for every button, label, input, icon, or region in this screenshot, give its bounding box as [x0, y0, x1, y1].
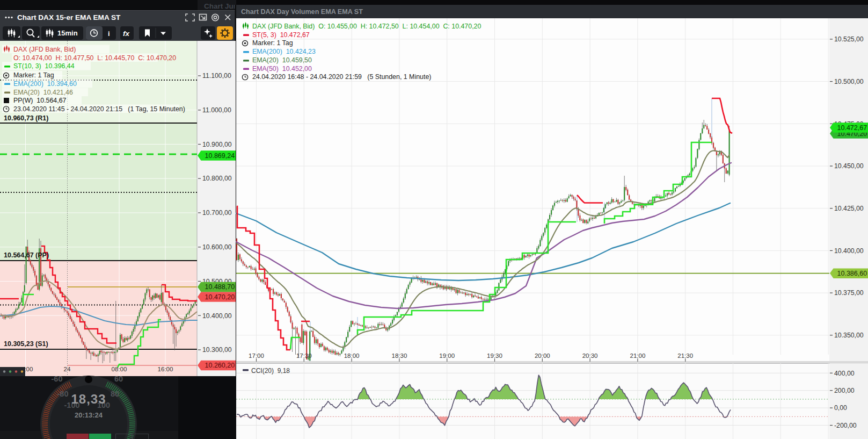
svg-text:10.425,00: 10.425,00: [834, 205, 864, 212]
svg-text:24: 24: [64, 366, 71, 372]
svg-text:20:13:24: 20:13:24: [75, 411, 103, 419]
svg-text:21:00: 21:00: [630, 352, 646, 359]
svg-text:10.450,00: 10.450,00: [834, 162, 864, 170]
svg-text:-200,00: -200,00: [834, 422, 857, 429]
svg-text:10.500,00: 10.500,00: [834, 78, 864, 85]
svg-text:10.470,20: 10.470,20: [205, 293, 235, 301]
svg-text:ST(5, 3) 10.472,67: ST(5, 3) 10.472,67: [252, 31, 310, 39]
svg-text:11.100,00: 11.100,00: [202, 72, 231, 80]
svg-text:20:30: 20:30: [582, 352, 598, 359]
svg-text:10.400,00: 10.400,00: [202, 312, 232, 320]
svg-text:CCI(20) 9,18: CCI(20) 9,18: [251, 367, 290, 375]
svg-text:24.04.2020 16:48 - 24.04.2020: 24.04.2020 16:48 - 24.04.2020 21:59 (5 S…: [252, 73, 431, 81]
svg-text:11.000,00: 11.000,00: [202, 106, 231, 114]
svg-text:10.700,00: 10.700,00: [202, 209, 232, 217]
svg-text:19:00: 19:00: [439, 352, 455, 359]
svg-text:23.04.2020 11:45 - 24.04.2020: 23.04.2020 11:45 - 24.04.2020 21:15 (1 T…: [13, 105, 185, 113]
svg-text:Marker: 1 Tag: Marker: 1 Tag: [252, 39, 293, 47]
svg-text:Chart DAX Day Volumen EMA EMA: Chart DAX Day Volumen EMA EMA ST: [241, 8, 363, 16]
svg-text:EMA(20) 10.459,50: EMA(20) 10.459,50: [252, 56, 312, 64]
svg-text:10.564,67 (PP): 10.564,67 (PP): [4, 251, 49, 259]
svg-text:10.960,73 (R1): 10.960,73 (R1): [4, 114, 48, 122]
svg-text:08:00: 08:00: [112, 366, 127, 372]
svg-text:-80: -80: [57, 390, 69, 398]
svg-text:10.375,00: 10.375,00: [834, 289, 864, 297]
svg-text:80: 80: [111, 390, 119, 398]
svg-text:200,00: 200,00: [834, 387, 855, 394]
svg-text:0,00: 0,00: [834, 404, 847, 412]
svg-text:fx: fx: [123, 30, 129, 38]
svg-text:10.472,67: 10.472,67: [837, 124, 867, 132]
svg-text:10.305,23 (S1): 10.305,23 (S1): [4, 340, 48, 348]
svg-text:-60: -60: [52, 375, 63, 383]
svg-text:Chart DAX 15-er EMA EMA ST: Chart DAX 15-er EMA EMA ST: [17, 13, 121, 21]
svg-text:EMA(50) 10.452,00: EMA(50) 10.452,00: [252, 65, 312, 73]
svg-text:17:00: 17:00: [249, 352, 264, 359]
svg-text:10.488,70: 10.488,70: [205, 283, 235, 291]
svg-text:18,33: 18,33: [71, 392, 106, 406]
svg-text:19:30: 19:30: [487, 352, 502, 359]
svg-text:EMA(200) 10.424,23: EMA(200) 10.424,23: [252, 48, 316, 55]
svg-text:17:30: 17:30: [296, 352, 312, 359]
svg-text:400,00: 400,00: [834, 370, 855, 377]
svg-text:21:30: 21:30: [677, 352, 693, 359]
svg-text:EMA(200) 10.394,60: EMA(200) 10.394,60: [13, 80, 77, 88]
svg-text:10.869,24: 10.869,24: [205, 152, 235, 160]
svg-text:16:00: 16:00: [158, 366, 173, 372]
svg-text:60: 60: [114, 375, 123, 383]
svg-text:O: 10.474,00 H: 10.477,50 L:: O: 10.474,00 H: 10.477,50 L: 10.445,70 C…: [13, 54, 176, 62]
svg-text:10.600,00: 10.600,00: [202, 243, 232, 251]
svg-text:10.900,00: 10.900,00: [202, 141, 232, 148]
svg-text:10.386,60: 10.386,60: [837, 270, 867, 277]
svg-text:10.400,00: 10.400,00: [834, 247, 864, 255]
svg-text:10.260,20: 10.260,20: [205, 362, 235, 369]
svg-text:10.525,00: 10.525,00: [834, 35, 864, 43]
svg-text:EMA(20) 10.421,46: EMA(20) 10.421,46: [13, 89, 73, 96]
svg-text:PP(W) 10.564,67: PP(W) 10.564,67: [13, 97, 67, 104]
svg-text:18:00: 18:00: [344, 352, 360, 359]
svg-text:10.350,00: 10.350,00: [834, 332, 864, 339]
svg-text:18:30: 18:30: [392, 352, 407, 359]
svg-text:i: i: [108, 30, 110, 38]
svg-text:Marker: 1 Tag: Marker: 1 Tag: [13, 71, 54, 79]
svg-text:20:00: 20:00: [535, 352, 550, 359]
svg-text:15min: 15min: [57, 29, 78, 37]
svg-text:ST(10, 3) 10.396,44: ST(10, 3) 10.396,44: [13, 62, 75, 70]
svg-text:DAX (JFD Bank, Bid): DAX (JFD Bank, Bid): [13, 46, 76, 53]
svg-text:10.800,00: 10.800,00: [202, 175, 232, 182]
svg-text:10.300,00: 10.300,00: [202, 346, 232, 354]
svg-text:DAX (JFD Bank, Bid) O: 10.455: DAX (JFD Bank, Bid) O: 10.455,00 H: 10.4…: [252, 23, 481, 30]
